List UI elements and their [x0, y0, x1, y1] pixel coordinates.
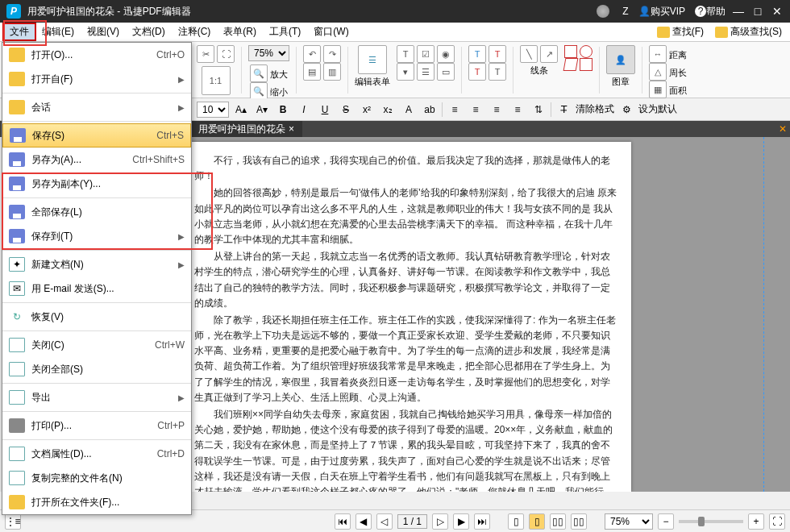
menu-open-folder[interactable]: 打开所在文件夹(F)...	[2, 490, 191, 514]
zoom-bottom-select[interactable]: 75%	[605, 513, 653, 530]
menu-email[interactable]: ✉用 E-mail 发送(S)...	[2, 276, 191, 301]
continuous-facing-button[interactable]: ▯▯	[571, 513, 587, 530]
menu-export[interactable]: 导出▶	[2, 385, 191, 409]
rotate-left-icon[interactable]: ↶	[303, 45, 321, 63]
zoom-out-bottom[interactable]: −	[658, 513, 674, 530]
bold-button[interactable]: B	[274, 102, 292, 118]
line-height-button[interactable]: ⇅	[530, 102, 547, 118]
fullscreen-button[interactable]: ⛶	[769, 513, 785, 530]
menu-file[interactable]: 文件	[3, 23, 35, 40]
options-button[interactable]: ⋮≡	[5, 513, 21, 530]
arrow-tool-icon[interactable]: ↗	[540, 45, 558, 63]
align-justify-button[interactable]: ≡	[509, 102, 526, 118]
fit-icon[interactable]: ⛶	[217, 45, 235, 63]
zoom-slider[interactable]	[679, 520, 743, 523]
underline-button[interactable]: U	[316, 102, 334, 118]
form-radio-icon[interactable]: ◉	[437, 45, 455, 63]
tab-close-icon[interactable]: ×	[289, 123, 294, 135]
minimize-button[interactable]: —	[732, 5, 745, 18]
clear-format-button[interactable]: T̶	[555, 102, 572, 118]
cloud-shape-icon[interactable]	[580, 58, 592, 71]
zoom-out-button[interactable]: 🔍	[250, 82, 268, 100]
single-page-button[interactable]: ▯	[508, 513, 524, 530]
page-number-box[interactable]: 1 / 1	[397, 514, 427, 529]
page-layout2-icon[interactable]: ▥	[323, 63, 341, 81]
area-icon[interactable]: ▦	[649, 81, 667, 98]
menu-copy-filename[interactable]: 复制完整的文件名(N)	[2, 466, 191, 490]
font-size-select[interactable]: 10.5	[197, 102, 229, 118]
zoom-in-button[interactable]: 🔍	[250, 64, 268, 82]
first-page-button[interactable]: ⏮	[335, 513, 351, 530]
menu-comment[interactable]: 注释(C)	[172, 23, 218, 40]
strike-button[interactable]: S	[337, 102, 355, 118]
menu-open-from[interactable]: 打开自(F)▶	[2, 67, 191, 91]
prev-view-button[interactable]: ◁	[376, 513, 393, 530]
help-button[interactable]: ? 帮助	[695, 5, 726, 19]
menu-form[interactable]: 表单(R)	[217, 23, 263, 40]
menu-edit[interactable]: 编辑(E)	[35, 23, 81, 40]
menu-save-to[interactable]: 保存到(T)▶	[2, 224, 191, 248]
maximize-button[interactable]: □	[751, 5, 764, 18]
menu-new-doc[interactable]: ✦新建文档(N)▶	[2, 252, 191, 276]
oval-shape-icon[interactable]	[580, 45, 592, 58]
text-tool3-icon[interactable]: T	[489, 63, 506, 81]
italic-button[interactable]: I	[295, 102, 313, 118]
form-button-icon[interactable]: ▭	[437, 63, 455, 81]
menu-document[interactable]: 文档(D)	[126, 23, 172, 40]
text-tool2-icon[interactable]: T	[468, 63, 486, 81]
menu-save-as[interactable]: 另存为(A)...Ctrl+Shift+S	[2, 148, 191, 172]
line-tool-icon[interactable]: ╲	[520, 45, 538, 63]
perimeter-icon[interactable]: △	[649, 63, 667, 81]
menu-tool[interactable]: 工具(T)	[263, 23, 307, 40]
text-tool-icon[interactable]: T	[468, 45, 486, 63]
tabstrip-close-button[interactable]: ✕	[779, 123, 787, 135]
zoom-select[interactable]: 75%	[248, 45, 289, 61]
font-color-button[interactable]: A	[400, 102, 418, 118]
menu-save[interactable]: 保存(S)Ctrl+S	[2, 123, 191, 148]
facing-page-button[interactable]: ▯▯	[550, 513, 566, 530]
edit-form-icon[interactable]: ☰	[358, 45, 387, 74]
user-label[interactable]: Z	[622, 6, 628, 17]
align-left-button[interactable]: ≡	[446, 102, 464, 118]
menu-view[interactable]: 视图(V)	[81, 23, 126, 40]
prev-page-button[interactable]: ◀	[356, 513, 372, 530]
globe-button[interactable]	[597, 5, 613, 18]
set-default-button[interactable]: ⚙	[617, 102, 635, 118]
menu-close[interactable]: 关闭(C)Ctrl+W	[2, 333, 191, 357]
next-page-button[interactable]: ▶	[453, 513, 469, 530]
font-size-down[interactable]: A▾	[253, 102, 271, 118]
actual-size-icon[interactable]: 1:1	[202, 66, 231, 95]
stamp-icon[interactable]: 👤	[606, 45, 635, 74]
menu-open[interactable]: 打开(O)...Ctrl+O	[2, 43, 191, 67]
menu-session[interactable]: 会话▶	[2, 95, 191, 119]
continuous-page-button[interactable]: ▯	[529, 513, 545, 530]
document-tab[interactable]: 用爱呵护祖国的花朵×	[190, 121, 302, 137]
crop-icon[interactable]: ✂	[197, 45, 214, 63]
find-button[interactable]: 查找(F)	[654, 24, 707, 39]
menu-revert[interactable]: ↻恢复(V)	[2, 305, 191, 329]
superscript-button[interactable]: x²	[358, 102, 376, 118]
poly-shape-icon[interactable]	[563, 58, 579, 71]
form-text-icon[interactable]: T	[397, 45, 414, 63]
form-check-icon[interactable]: ☑	[417, 45, 434, 63]
menu-close-all[interactable]: 关闭全部(S)	[2, 357, 191, 381]
distance-icon[interactable]: ↔	[649, 45, 667, 63]
zoom-in-bottom[interactable]: +	[748, 513, 764, 530]
close-window-button[interactable]: ✕	[771, 5, 784, 18]
page-layout-icon[interactable]: ▤	[303, 63, 321, 81]
menu-save-all[interactable]: 全部保存(L)	[2, 200, 191, 224]
rotate-right-icon[interactable]: ↷	[323, 45, 341, 63]
buy-vip-button[interactable]: 👤 购买VIP	[638, 5, 685, 19]
menu-doc-properties[interactable]: 文档属性(D)...Ctrl+D	[2, 442, 191, 466]
text-edit-icon[interactable]: T	[489, 45, 506, 63]
menu-print[interactable]: 打印(P)...Ctrl+P	[2, 414, 191, 438]
form-list-icon[interactable]: ☰	[417, 63, 434, 81]
font-size-up[interactable]: A▴	[232, 102, 250, 118]
form-combo-icon[interactable]: ▾	[397, 63, 414, 81]
align-center-button[interactable]: ≡	[467, 102, 484, 118]
highlight-button[interactable]: ab	[421, 102, 439, 118]
rect-shape-icon[interactable]	[564, 45, 577, 58]
menu-window[interactable]: 窗口(W)	[307, 23, 355, 40]
advanced-find-button[interactable]: 高级查找(S)	[712, 24, 785, 39]
next-view-button[interactable]: ▷	[432, 513, 448, 530]
